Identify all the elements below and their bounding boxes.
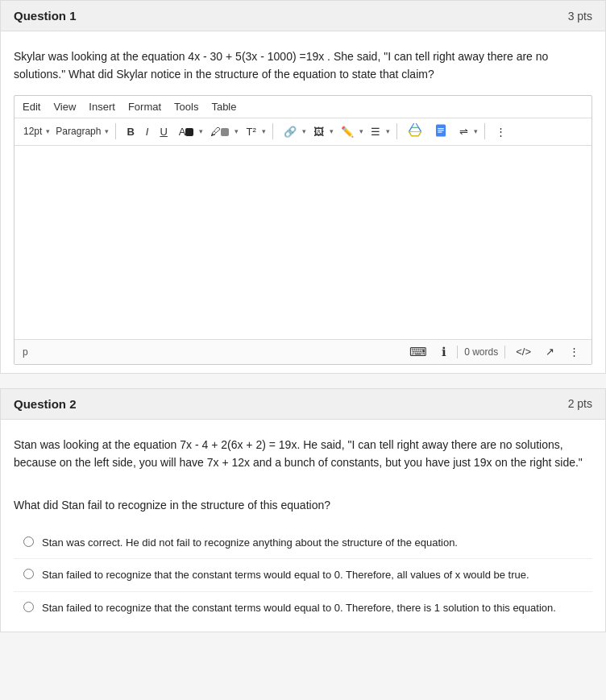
question-1-block: Question 1 3 pts Skylar was looking at t… <box>0 0 606 374</box>
superscript-group[interactable]: T² ▾ <box>242 124 265 139</box>
drawing-chevron: ▾ <box>359 127 363 135</box>
radio-option-3[interactable]: Stan failed to recognize that the consta… <box>14 592 592 624</box>
highlight-chevron: ▾ <box>235 127 239 135</box>
statusbar-right: ⌨ ℹ 0 words </> ↗ ⋮ <box>405 343 583 361</box>
question-1-text: Skylar was looking at the equation 4x - … <box>14 48 592 84</box>
bold-button[interactable]: B <box>122 124 138 139</box>
code-view-button[interactable]: </> <box>512 344 535 359</box>
radio-label-3: Stan failed to recognize that the consta… <box>42 600 556 616</box>
gdocs-svg <box>434 123 448 138</box>
image-chevron: ▾ <box>330 127 334 135</box>
menu-tools[interactable]: Tools <box>174 101 198 113</box>
radio-option-2[interactable]: Stan failed to recognize that the consta… <box>14 559 592 592</box>
font-color-button[interactable]: A <box>175 124 198 139</box>
font-size-chevron: ▾ <box>46 127 50 135</box>
menu-format[interactable]: Format <box>128 101 161 113</box>
question-1-title: Question 1 <box>14 9 77 23</box>
image-group[interactable]: 🖼 ▾ <box>309 124 334 139</box>
more-options-button[interactable]: ⋮ <box>492 124 510 139</box>
question-2-body: Stan was looking at the equation 7x - 4 … <box>1 420 605 632</box>
menu-insert[interactable]: Insert <box>89 101 115 113</box>
drawing-button[interactable]: ✏️ <box>337 124 358 139</box>
align-button[interactable]: ☰ <box>367 124 384 139</box>
font-color-chevron: ▾ <box>199 127 203 135</box>
question-1-pts: 3 pts <box>568 10 592 23</box>
question-2-text-1: Stan was looking at the equation 7x - 4 … <box>14 436 592 472</box>
align-group[interactable]: ☰ ▾ <box>367 124 390 139</box>
keyboard-shortcut-button[interactable]: ⌨ <box>405 343 431 361</box>
editor-toolbar: 12pt ▾ Paragraph ▾ B I U A ▾ <box>15 118 591 146</box>
editor-statusbar: p ⌨ ℹ 0 words </> ↗ ⋮ <box>15 339 591 364</box>
highlight-color-group[interactable]: 🖊 ▾ <box>206 124 239 139</box>
align-chevron: ▾ <box>386 127 390 135</box>
question-2-pts: 2 pts <box>568 397 592 410</box>
superscript-chevron: ▾ <box>262 127 266 135</box>
toolbar-sep-1 <box>115 123 116 139</box>
font-style-chevron: ▾ <box>105 127 109 135</box>
radio-input-1[interactable] <box>23 536 34 547</box>
question-2-title: Question 2 <box>14 397 77 411</box>
question-2-header: Question 2 2 pts <box>1 389 605 420</box>
editor-content[interactable] <box>15 146 591 339</box>
underline-button[interactable]: U <box>156 124 171 139</box>
link-button[interactable]: 🔗 <box>280 124 301 139</box>
question-1-body: Skylar was looking at the equation 4x - … <box>1 31 605 373</box>
font-size-group[interactable]: 12pt ▾ <box>21 124 50 139</box>
radio-option-1[interactable]: Stan was correct. He did not fail to rec… <box>14 527 592 560</box>
radio-options: Stan was correct. He did not fail to rec… <box>14 527 592 624</box>
radio-input-3[interactable] <box>23 602 34 612</box>
svg-rect-2 <box>438 130 444 130</box>
svg-rect-1 <box>438 128 444 129</box>
font-color-group[interactable]: A ▾ <box>175 124 204 139</box>
gdocs-icon[interactable] <box>430 122 452 142</box>
merge-button[interactable]: ⇌ <box>455 124 472 139</box>
statusbar-divider-2 <box>504 346 505 358</box>
expand-button[interactable]: ↗ <box>542 344 558 359</box>
radio-label-1: Stan was correct. He did not fail to rec… <box>42 535 458 551</box>
superscript-button[interactable]: T² <box>242 124 259 139</box>
image-button[interactable]: 🖼 <box>309 124 328 139</box>
editor-tag: p <box>23 346 28 358</box>
font-size-select[interactable]: 12pt <box>21 124 44 139</box>
toolbar-sep-3 <box>396 123 397 139</box>
svg-rect-3 <box>438 131 442 132</box>
menu-view[interactable]: View <box>53 101 76 113</box>
italic-button[interactable]: I <box>142 124 153 139</box>
highlight-button[interactable]: 🖊 <box>206 124 233 139</box>
toolbar-sep-2 <box>272 123 273 139</box>
font-style-group[interactable]: Paragraph ▾ <box>53 124 109 139</box>
word-count: 0 words <box>464 346 498 358</box>
radio-input-2[interactable] <box>23 569 34 579</box>
more-statusbar-button[interactable]: ⋮ <box>565 344 583 359</box>
menu-edit[interactable]: Edit <box>23 101 40 113</box>
question-2-block: Question 2 2 pts Stan was looking at the… <box>0 388 606 633</box>
toolbar-sep-4 <box>484 123 485 139</box>
radio-label-2: Stan failed to recognize that the consta… <box>42 567 529 583</box>
link-chevron: ▾ <box>302 127 306 135</box>
info-button[interactable]: ℹ <box>438 343 450 361</box>
menu-table[interactable]: Table <box>211 101 236 113</box>
editor-area: Edit View Insert Format Tools Table 12pt… <box>14 95 592 365</box>
statusbar-divider-1 <box>457 346 458 358</box>
font-style-select[interactable]: Paragraph <box>53 124 103 139</box>
editor-menubar: Edit View Insert Format Tools Table <box>15 96 591 118</box>
gdrive-svg <box>408 123 422 138</box>
more-group[interactable]: ⇌ ▾ <box>455 124 478 139</box>
link-group[interactable]: 🔗 ▾ <box>280 124 306 139</box>
question-2-text-2: What did Stan fail to recognize in the s… <box>14 496 592 514</box>
question-1-header: Question 1 3 pts <box>1 1 605 31</box>
drawing-group[interactable]: ✏️ ▾ <box>337 124 363 139</box>
gdrive-icon[interactable] <box>404 122 426 142</box>
merge-chevron: ▾ <box>474 127 478 135</box>
